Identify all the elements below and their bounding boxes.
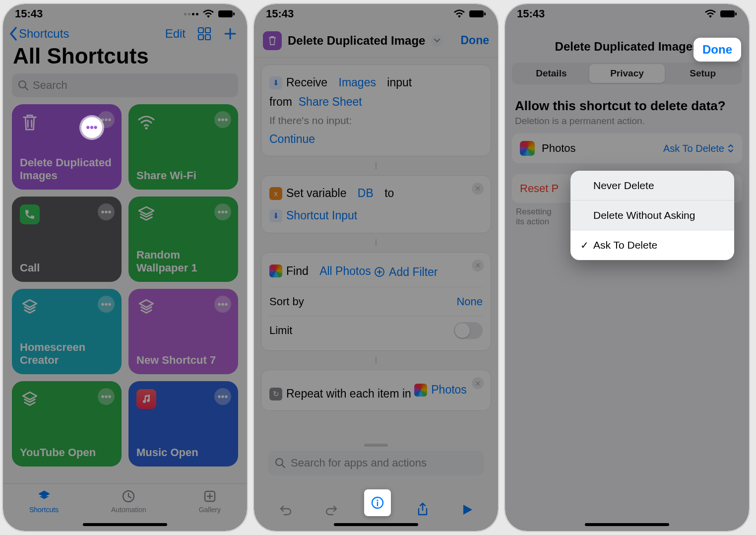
remove-action-icon[interactable]: ✕: [472, 260, 484, 271]
tab-setup[interactable]: Setup: [665, 64, 741, 83]
svg-rect-2: [198, 28, 203, 33]
shortcut-title[interactable]: Delete Duplicated Images: [288, 34, 425, 48]
action-repeat[interactable]: ✕ ↻ Repeat with each item in Photos: [261, 370, 491, 411]
shortcut-grid: ••• Delete Duplicated Images ••• Share W…: [3, 97, 247, 473]
search-input[interactable]: Search: [12, 73, 238, 97]
layers-icon: [20, 389, 40, 409]
play-icon[interactable]: [461, 503, 474, 518]
tile-random-wallpaper[interactable]: ••• Random Wallpaper 1: [128, 197, 238, 282]
redo-icon[interactable]: [324, 502, 339, 519]
tile-options-icon[interactable]: •••: [214, 111, 231, 128]
segmented-control[interactable]: Details Privacy Setup: [512, 63, 742, 84]
tile-label: Call: [20, 262, 114, 274]
tab-gallery[interactable]: Gallery: [199, 489, 221, 514]
settings-title: Delete Duplicated Images: [555, 40, 699, 54]
option-delete-without-asking[interactable]: Delete Without Asking: [570, 201, 734, 230]
add-shortcut-icon[interactable]: [223, 27, 237, 41]
action-search[interactable]: Search for apps and actions: [268, 451, 484, 475]
sort-value[interactable]: None: [456, 292, 483, 311]
tile-homescreen[interactable]: ••• Homescreen Creator: [12, 289, 122, 374]
tile-options-icon[interactable]: •••: [98, 203, 115, 220]
photos-app-icon: [520, 141, 535, 156]
done-button[interactable]: Done: [461, 34, 490, 47]
svg-rect-3: [205, 28, 210, 33]
add-filter-button[interactable]: Add Filter: [374, 263, 438, 282]
gallery-icon: [202, 489, 217, 504]
privacy-options-menu: Never Delete Delete Without Asking ✓Ask …: [570, 171, 734, 260]
nav-bar: Shortcuts Edit: [3, 24, 247, 41]
svg-rect-18: [720, 10, 735, 17]
svg-rect-1: [233, 12, 235, 15]
sheet-grabber[interactable]: [364, 444, 388, 447]
home-indicator[interactable]: [83, 523, 167, 526]
tab-details[interactable]: Details: [513, 64, 589, 83]
trash-icon: [20, 112, 40, 132]
remove-action-icon[interactable]: ✕: [472, 377, 484, 389]
search-icon: [275, 458, 286, 468]
privacy-row-photos[interactable]: Photos Ask To Delete: [512, 134, 742, 163]
grid-layout-icon[interactable]: [197, 27, 211, 41]
tile-options-icon[interactable]: •••: [98, 296, 115, 313]
action-find-photos[interactable]: ✕ Find All Photos Add Filter Sort by Non…: [261, 252, 491, 351]
svg-rect-5: [205, 35, 210, 40]
wifi-icon: [202, 9, 214, 18]
limit-toggle[interactable]: [454, 322, 483, 339]
tab-privacy[interactable]: Privacy: [589, 64, 665, 83]
search-icon: [18, 80, 29, 91]
tile-options-icon[interactable]: •••: [214, 203, 231, 220]
undo-icon[interactable]: [278, 502, 293, 519]
layers-icon: [136, 297, 156, 317]
section-subheading: Deletion is a permanent action.: [505, 115, 749, 134]
action-set-variable[interactable]: ✕ x Set variable DB to ⬇ Shortcut Input: [261, 175, 491, 233]
layers-icon: [136, 204, 156, 224]
wifi-icon: [136, 112, 156, 132]
svg-rect-10: [469, 10, 484, 17]
action-receive[interactable]: ⬇ Receive Images input from Share Sheet …: [261, 65, 491, 156]
option-never-delete[interactable]: Never Delete: [570, 171, 734, 201]
repeat-icon: ↻: [269, 388, 282, 401]
input-icon: ⬇: [269, 76, 282, 89]
phone-icon: [20, 204, 40, 224]
variable-icon: x: [269, 187, 282, 200]
tile-share-wifi[interactable]: ••• Share Wi-Fi: [128, 104, 238, 190]
battery-icon: [720, 10, 737, 18]
svg-rect-11: [484, 12, 486, 15]
tab-shortcuts[interactable]: Shortcuts: [29, 489, 59, 514]
shortcut-header-icon: [263, 31, 282, 50]
svg-rect-0: [218, 10, 233, 17]
app-name: Photos: [542, 142, 576, 155]
photos-icon: [414, 384, 427, 397]
automation-icon: [121, 489, 136, 504]
share-icon[interactable]: [415, 502, 430, 519]
chevron-down-icon[interactable]: [431, 35, 443, 47]
screen-shortcut-editor: 15:43 Delete Duplicated Images Done ⬇ Re…: [253, 3, 499, 532]
edit-button[interactable]: Edit: [165, 27, 186, 41]
tile-delete-duplicated[interactable]: ••• Delete Duplicated Images: [12, 104, 122, 190]
status-time: 15:43: [15, 7, 43, 20]
home-indicator[interactable]: [334, 523, 418, 526]
photos-icon: [269, 265, 282, 277]
home-indicator[interactable]: [585, 523, 669, 526]
page-title: All Shortcuts: [3, 41, 247, 73]
tile-options-icon[interactable]: •••: [214, 296, 231, 313]
continue-option[interactable]: Continue: [269, 133, 315, 145]
tile-new-shortcut[interactable]: ••• New Shortcut 7: [128, 289, 238, 374]
svg-rect-4: [198, 35, 203, 40]
tile-call[interactable]: ••• Call: [12, 197, 122, 282]
tile-youtube[interactable]: ••• YouTube Open: [12, 381, 122, 467]
tile-options-icon[interactable]: •••: [98, 388, 115, 405]
highlight-done-button: Done: [693, 38, 741, 62]
back-label: Shortcuts: [19, 27, 69, 41]
privacy-value[interactable]: Ask To Delete: [663, 143, 734, 154]
remove-action-icon[interactable]: ✕: [472, 183, 484, 195]
svg-rect-19: [735, 12, 737, 15]
tile-music[interactable]: ••• Music Open: [128, 381, 238, 467]
tile-options-icon[interactable]: •••: [214, 388, 231, 405]
tab-automation[interactable]: Automation: [111, 489, 146, 514]
tile-label: Homescreen Creator: [20, 341, 114, 366]
tile-label: Music Open: [136, 446, 230, 459]
back-button[interactable]: Shortcuts: [9, 27, 69, 41]
option-ask-to-delete[interactable]: ✓Ask To Delete: [570, 230, 734, 260]
highlight-tile-options: •••: [81, 117, 102, 138]
music-icon: [136, 389, 156, 409]
